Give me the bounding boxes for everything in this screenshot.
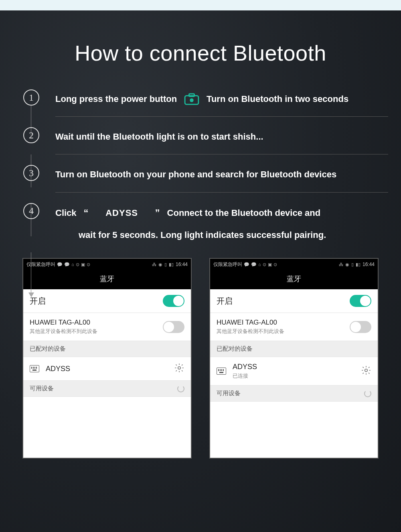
available-header: 可用设备: [210, 386, 378, 402]
quote-open: “: [84, 205, 89, 221]
step-4: 4 Click “ ADYSS ” Connect to the Bluetoo…: [23, 203, 401, 221]
paired-header: 已配对的设备: [210, 341, 378, 357]
wifi-icon: ◉: [158, 262, 162, 267]
toggle-off[interactable]: [163, 321, 184, 333]
status-text: 仅限紧急呼叫: [213, 261, 242, 268]
bluetooth-icon: ⁂: [152, 262, 156, 267]
divider: [55, 154, 388, 154]
phone-screenshot-right: 仅限紧急呼叫 💬 💬 ⌂ ⊙ ▣ ⊙ ⁂ ◉ ▯ ▮▯ 16:44 蓝牙: [209, 258, 379, 459]
svg-point-3: [178, 367, 181, 370]
bluetooth-enable-row[interactable]: 开启: [23, 289, 191, 313]
screen-title: 蓝牙: [210, 270, 378, 289]
notif-icon: ⊙: [273, 262, 277, 267]
divider: [55, 116, 388, 117]
step-text: Turn on Bluetooth in two seconds: [207, 92, 348, 106]
device-name-row[interactable]: HUAWEI TAG-AL00 其他蓝牙设备检测不到此设备: [210, 313, 378, 341]
section-label: 已配对的设备: [217, 345, 253, 353]
device-status: 已连接: [233, 372, 257, 380]
row-label: HUAWEI TAG-AL00: [217, 319, 284, 327]
notif-icon: ⌂: [258, 262, 261, 267]
screen-title: 蓝牙: [23, 270, 191, 289]
svg-point-2: [190, 98, 193, 102]
section-label: 可用设备: [217, 390, 241, 397]
device-label: ADYSS: [46, 365, 70, 373]
row-label: HUAWEI TAG-AL00: [30, 319, 97, 327]
battery-icon: ▮▯: [356, 262, 360, 267]
step-number: 1: [23, 89, 39, 106]
bluetooth-icon: ⁂: [339, 262, 343, 267]
step-number: 2: [23, 127, 39, 143]
empty-space: [210, 402, 378, 458]
divider: [55, 192, 388, 193]
arrow-down-icon: [28, 292, 34, 297]
quote-close: ”: [155, 205, 160, 221]
signal-icon: ▯: [164, 262, 167, 267]
camera-icon: [184, 93, 199, 105]
statusbar: 仅限紧急呼叫 💬 💬 ⌂ ⊙ ▣ ⊙ ⁂ ◉ ▯ ▮▯ 16:44: [210, 259, 378, 270]
paired-device-row[interactable]: ADYSS: [23, 357, 191, 381]
step-number: 3: [23, 165, 39, 181]
step-text: Connect to the Bluetooth device and: [167, 206, 321, 220]
step-number: 4: [23, 203, 39, 219]
gear-icon[interactable]: [174, 363, 184, 375]
step-2: 2 Wait until the Bluetooth light is on t…: [23, 127, 401, 144]
step-text: Click: [55, 206, 77, 220]
page-title: How to connect Bluetooth: [0, 10, 401, 65]
notif-icon: ⊙: [87, 262, 90, 267]
step-1: 1 Long press the power button Turn on Bl…: [23, 89, 401, 106]
status-time: 16:44: [363, 262, 375, 267]
step-3: 3 Turn on Bluetooth on your phone and se…: [23, 165, 401, 181]
device-name: ADYSS: [96, 206, 148, 220]
section-label: 可用设备: [30, 385, 54, 392]
notif-icon: 💬: [64, 262, 70, 267]
notif-icon: ▣: [268, 262, 272, 267]
keyboard-icon: [30, 365, 39, 372]
step-text: Long press the power button: [55, 92, 177, 106]
connector-line: [31, 252, 31, 292]
notif-icon: 💬: [244, 262, 249, 267]
notif-icon: ▣: [81, 262, 85, 267]
svg-point-4: [365, 369, 368, 372]
notif-icon: ⌂: [71, 262, 74, 267]
row-subtext: 其他蓝牙设备检测不到此设备: [217, 328, 284, 335]
toggle-on[interactable]: [163, 295, 184, 307]
available-header: 可用设备: [23, 381, 191, 397]
step-text: wait for 5 seconds. Long light indicates…: [23, 228, 401, 242]
device-name-row[interactable]: HUAWEI TAG-AL00 其他蓝牙设备检测不到此设备: [23, 313, 191, 341]
row-subtext: 其他蓝牙设备检测不到此设备: [30, 328, 97, 335]
signal-icon: ▯: [351, 262, 354, 267]
phone-screenshot-left: 仅限紧急呼叫 💬 💬 ⌂ ⊙ ▣ ⊙ ⁂ ◉ ▯ ▮▯ 16:44 蓝牙: [22, 258, 192, 459]
instruction-page: How to connect Bluetooth 1 Long press th…: [0, 10, 401, 532]
empty-space: [23, 397, 191, 458]
device-label: ADYSS: [233, 363, 257, 371]
status-time: 16:44: [176, 262, 188, 267]
notif-icon: 💬: [251, 262, 257, 267]
loading-icon: [177, 385, 184, 392]
toggle-on[interactable]: [350, 295, 371, 307]
statusbar: 仅限紧急呼叫 💬 💬 ⌂ ⊙ ▣ ⊙ ⁂ ◉ ▯ ▮▯ 16:44: [23, 259, 191, 270]
wifi-icon: ◉: [345, 262, 349, 267]
paired-header: 已配对的设备: [23, 341, 191, 357]
gear-icon[interactable]: [361, 365, 371, 377]
paired-device-row[interactable]: ADYSS 已连接: [210, 357, 378, 386]
notif-icon: ⊙: [76, 262, 79, 267]
loading-icon: [364, 390, 371, 397]
row-label: 开启: [217, 296, 233, 307]
step-text: Turn on Bluetooth on your phone and sear…: [55, 169, 336, 179]
phone-screenshots: 仅限紧急呼叫 💬 💬 ⌂ ⊙ ▣ ⊙ ⁂ ◉ ▯ ▮▯ 16:44 蓝牙: [0, 242, 401, 459]
step-text: Wait until the Bluetooth light is on to …: [55, 132, 263, 142]
steps-list: 1 Long press the power button Turn on Bl…: [0, 89, 401, 242]
notif-icon: ⊙: [263, 262, 266, 267]
bluetooth-enable-row[interactable]: 开启: [210, 289, 378, 313]
notif-icon: 💬: [57, 262, 63, 267]
section-label: 已配对的设备: [30, 345, 66, 353]
toggle-off[interactable]: [350, 321, 371, 333]
keyboard-icon: [217, 368, 226, 375]
battery-icon: ▮▯: [169, 262, 174, 267]
